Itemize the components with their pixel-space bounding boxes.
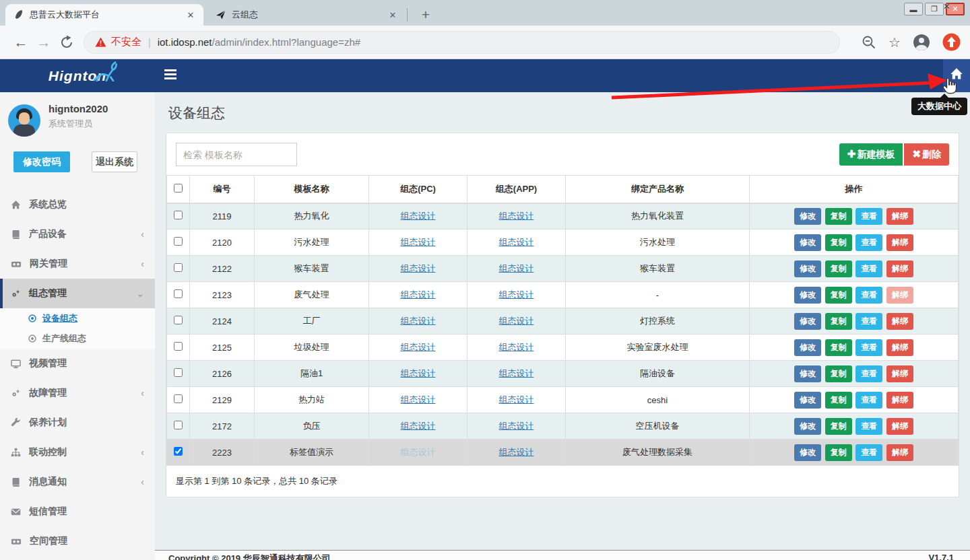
app-design-link[interactable]: 组态设计: [499, 342, 534, 352]
window-restore-button[interactable]: ❐: [925, 3, 944, 15]
view-button[interactable]: 查看: [855, 339, 882, 356]
unbind-button[interactable]: 解绑: [886, 208, 913, 225]
app-design-link[interactable]: 组态设计: [499, 263, 534, 273]
new-tab-button[interactable]: +: [416, 5, 435, 24]
view-button[interactable]: 查看: [855, 444, 882, 461]
row-checkbox[interactable]: [174, 289, 183, 298]
sidebar-subitem-device-scada[interactable]: 设备组态: [0, 308, 155, 328]
pc-design-link[interactable]: 组态设计: [401, 316, 436, 326]
sidebar-item-scada[interactable]: 组态管理 ⌄: [0, 279, 155, 308]
zoom-out-icon[interactable]: [862, 35, 876, 50]
extension-up-arrow-icon[interactable]: [942, 33, 961, 51]
modify-button[interactable]: 修改: [794, 339, 821, 356]
tab-close-icon[interactable]: ✕: [387, 9, 399, 21]
pc-design-link[interactable]: 组态设计: [401, 368, 436, 378]
pc-design-link[interactable]: 组态设计: [401, 211, 436, 221]
datacenter-home-button[interactable]: [943, 59, 970, 92]
row-checkbox[interactable]: [174, 394, 183, 403]
sidebar-item-fault[interactable]: 故障管理 ‹: [0, 378, 155, 408]
copy-button[interactable]: 复制: [825, 418, 852, 435]
sidebar-item-products[interactable]: 产品设备 ‹: [0, 219, 155, 249]
modify-button[interactable]: 修改: [794, 444, 821, 461]
view-button[interactable]: 查看: [855, 208, 882, 225]
app-design-link[interactable]: 组态设计: [499, 211, 534, 221]
row-checkbox[interactable]: [174, 447, 183, 456]
view-button[interactable]: 查看: [855, 418, 882, 435]
view-button[interactable]: 查看: [855, 365, 882, 382]
view-button[interactable]: 查看: [855, 313, 882, 330]
new-template-button[interactable]: ✚新建模板: [839, 143, 903, 166]
select-all-checkbox[interactable]: [174, 184, 183, 193]
search-input[interactable]: [176, 143, 297, 166]
modify-button[interactable]: 修改: [794, 287, 821, 304]
bookmark-star-icon[interactable]: ☆: [888, 34, 901, 50]
row-checkbox[interactable]: [174, 342, 183, 351]
profile-avatar-icon[interactable]: [913, 34, 930, 51]
view-button[interactable]: 查看: [855, 234, 882, 251]
address-bar[interactable]: 不安全 | iot.idosp.net/admin/index.html?lan…: [84, 31, 840, 54]
window-close-button[interactable]: ✕✕: [946, 3, 965, 15]
sidebar-item-linkage[interactable]: 联动控制 ‹: [0, 438, 155, 467]
hamburger-menu-icon[interactable]: [164, 69, 178, 81]
copy-button[interactable]: 复制: [825, 339, 852, 356]
unbind-button[interactable]: 解绑: [886, 260, 913, 277]
unbind-button[interactable]: 解绑: [886, 418, 913, 435]
copy-button[interactable]: 复制: [825, 208, 852, 225]
modify-button[interactable]: 修改: [794, 392, 821, 409]
copy-button[interactable]: 复制: [825, 392, 852, 409]
sidebar-item-space[interactable]: 空间管理: [0, 526, 155, 556]
pc-design-link[interactable]: 组态设计: [401, 289, 436, 300]
tab-close-icon[interactable]: ✕: [185, 9, 197, 21]
unbind-button[interactable]: 解绑: [886, 287, 913, 304]
refresh-icon[interactable]: [55, 35, 78, 50]
sidebar-item-gateway[interactable]: 网关管理 ‹: [0, 249, 155, 279]
modify-button[interactable]: 修改: [794, 313, 821, 330]
copy-button[interactable]: 复制: [825, 444, 852, 461]
unbind-button[interactable]: 解绑: [886, 339, 913, 356]
app-design-link[interactable]: 组态设计: [499, 316, 534, 326]
app-design-link[interactable]: 组态设计: [499, 289, 534, 300]
forward-icon[interactable]: →: [32, 34, 55, 50]
back-icon[interactable]: ←: [9, 34, 32, 50]
modify-button[interactable]: 修改: [794, 418, 821, 435]
pc-design-link[interactable]: 组态设计: [401, 237, 436, 247]
sidebar-item-sms[interactable]: 短信管理: [0, 497, 155, 526]
logout-button[interactable]: 退出系统: [92, 151, 137, 172]
app-design-link[interactable]: 组态设计: [499, 394, 534, 405]
row-checkbox[interactable]: [174, 237, 183, 246]
row-checkbox[interactable]: [174, 211, 183, 219]
app-design-link[interactable]: 组态设计: [499, 421, 534, 431]
sidebar-item-overview[interactable]: 系统总览: [0, 190, 155, 219]
pc-design-link[interactable]: 组态设计: [401, 342, 436, 352]
change-password-button[interactable]: 修改密码: [13, 151, 70, 172]
browser-tab-active[interactable]: 思普云大数据平台 ✕: [5, 4, 203, 26]
pc-design-link[interactable]: 组态设计: [401, 263, 436, 273]
pc-design-link[interactable]: 组态设计: [401, 447, 436, 457]
copy-button[interactable]: 复制: [825, 260, 852, 277]
browser-tab-inactive[interactable]: 云组态 ✕: [207, 4, 406, 26]
view-button[interactable]: 查看: [855, 392, 882, 409]
modify-button[interactable]: 修改: [794, 260, 821, 277]
modify-button[interactable]: 修改: [794, 208, 821, 225]
copy-button[interactable]: 复制: [825, 287, 852, 304]
copy-button[interactable]: 复制: [825, 313, 852, 330]
row-checkbox[interactable]: [174, 316, 183, 324]
sidebar-subitem-line-scada[interactable]: 生产线组态: [0, 328, 155, 349]
unbind-button[interactable]: 解绑: [886, 313, 913, 330]
sidebar-item-maintenance[interactable]: 保养计划: [0, 408, 155, 438]
view-button[interactable]: 查看: [855, 287, 882, 304]
modify-button[interactable]: 修改: [794, 234, 821, 251]
row-checkbox[interactable]: [174, 421, 183, 429]
pc-design-link[interactable]: 组态设计: [401, 394, 436, 405]
app-design-link[interactable]: 组态设计: [499, 368, 534, 378]
unbind-button[interactable]: 解绑: [886, 234, 913, 251]
row-checkbox[interactable]: [174, 368, 183, 377]
copy-button[interactable]: 复制: [825, 234, 852, 251]
row-checkbox[interactable]: [174, 263, 183, 272]
modify-button[interactable]: 修改: [794, 365, 821, 382]
sidebar-item-notify[interactable]: 消息通知 ‹: [0, 467, 155, 497]
app-design-link[interactable]: 组态设计: [499, 237, 534, 247]
unbind-button[interactable]: 解绑: [886, 444, 913, 461]
unbind-button[interactable]: 解绑: [886, 392, 913, 409]
window-minimize-button[interactable]: ▬: [904, 3, 923, 15]
